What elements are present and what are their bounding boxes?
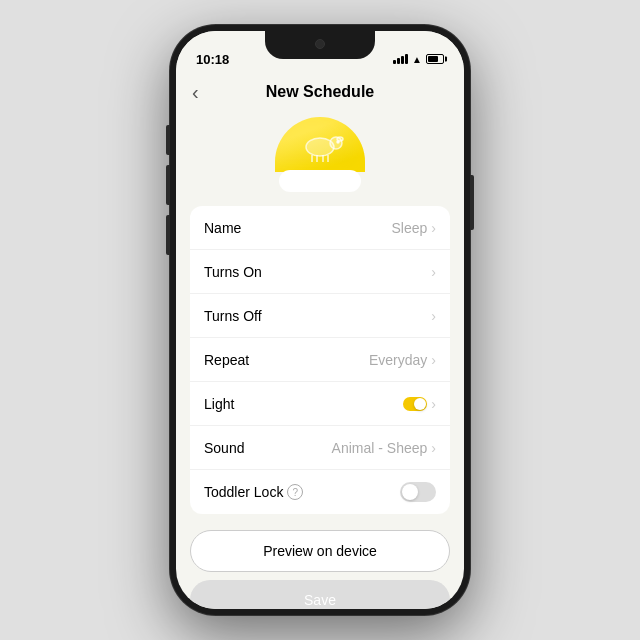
status-icons: ▲ <box>393 54 444 65</box>
turns-off-chevron-icon: › <box>431 308 436 324</box>
sound-label: Sound <box>204 440 244 456</box>
page-title: New Schedule <box>266 83 374 101</box>
name-chevron-icon: › <box>431 220 436 236</box>
lamp-dome <box>275 117 365 172</box>
power-button[interactable] <box>470 175 474 230</box>
lamp-image <box>275 117 365 192</box>
battery-icon <box>426 54 444 64</box>
front-camera <box>315 39 325 49</box>
light-row[interactable]: Light › <box>190 382 450 426</box>
repeat-label: Repeat <box>204 352 249 368</box>
wifi-icon: ▲ <box>412 54 422 65</box>
name-label: Name <box>204 220 241 236</box>
vol-up-button[interactable] <box>166 165 170 205</box>
settings-section: Name Sleep › Turns On › Turns Off › <box>190 206 450 514</box>
sound-value: Animal - Sheep › <box>332 440 436 456</box>
turns-on-chevron-icon: › <box>431 264 436 280</box>
toddler-lock-row[interactable]: Toddler Lock ? <box>190 470 450 514</box>
toddler-lock-toggle[interactable] <box>400 482 436 502</box>
nav-bar: ‹ New Schedule <box>176 75 464 107</box>
preview-button[interactable]: Preview on device <box>190 530 450 572</box>
turns-off-label: Turns Off <box>204 308 262 324</box>
back-button[interactable]: ‹ <box>192 81 199 104</box>
svg-point-7 <box>337 141 339 143</box>
device-image-area <box>176 107 464 206</box>
sound-row[interactable]: Sound Animal - Sheep › <box>190 426 450 470</box>
repeat-value: Everyday › <box>369 352 436 368</box>
repeat-value-text: Everyday <box>369 352 427 368</box>
name-row[interactable]: Name Sleep › <box>190 206 450 250</box>
sheep-icon <box>275 117 365 172</box>
save-button[interactable]: Save <box>190 580 450 609</box>
light-toggle-icon[interactable] <box>403 397 427 411</box>
turns-on-label: Turns On <box>204 264 262 280</box>
light-chevron-icon: › <box>431 396 436 412</box>
toddler-lock-help-icon[interactable]: ? <box>287 484 303 500</box>
name-value: Sleep › <box>392 220 436 236</box>
toddler-lock-label: Toddler Lock ? <box>204 484 303 500</box>
phone-screen: 10:18 ▲ ‹ New Schedule <box>176 31 464 609</box>
bottom-actions: Preview on device Save <box>176 514 464 609</box>
status-bar: 10:18 ▲ <box>176 31 464 75</box>
repeat-chevron-icon: › <box>431 352 436 368</box>
repeat-row[interactable]: Repeat Everyday › <box>190 338 450 382</box>
light-label: Light <box>204 396 234 412</box>
turns-off-row[interactable]: Turns Off › <box>190 294 450 338</box>
name-value-text: Sleep <box>392 220 428 236</box>
notch <box>265 31 375 59</box>
sound-chevron-icon: › <box>431 440 436 456</box>
light-value: › <box>403 396 436 412</box>
turns-off-value: › <box>431 308 436 324</box>
vol-down-button[interactable] <box>166 215 170 255</box>
lamp-base <box>279 170 361 192</box>
signal-icon <box>393 54 408 64</box>
turns-on-value: › <box>431 264 436 280</box>
phone-frame: 10:18 ▲ ‹ New Schedule <box>170 25 470 615</box>
status-time: 10:18 <box>196 52 229 67</box>
turns-on-row[interactable]: Turns On › <box>190 250 450 294</box>
sound-value-text: Animal - Sheep <box>332 440 428 456</box>
